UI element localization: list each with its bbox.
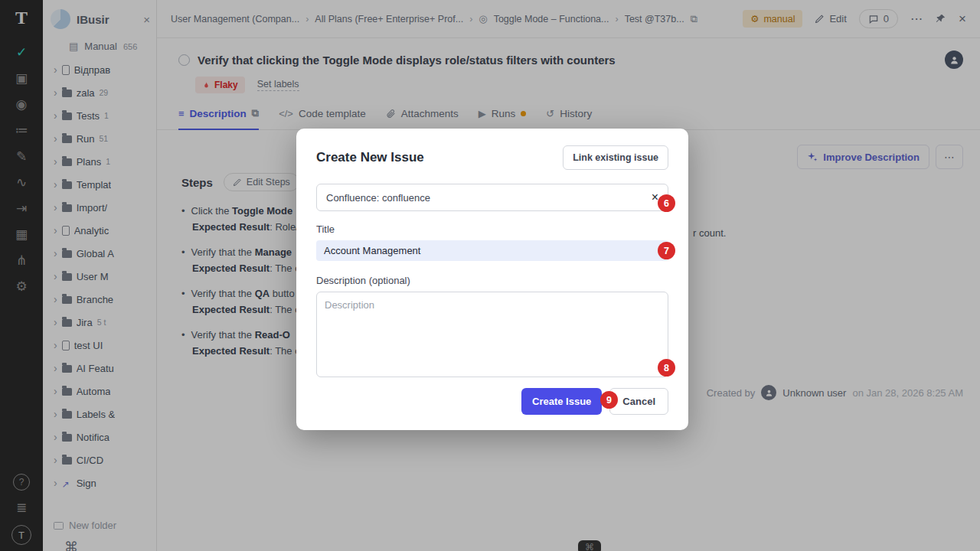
annotation-badge: 9	[600, 391, 618, 409]
create-issue-modal: Create New Issue Link existing issue Con…	[296, 129, 688, 430]
create-issue-button[interactable]: Create Issue	[521, 388, 602, 415]
issue-description-textarea[interactable]	[316, 292, 668, 377]
annotation-badge: 8	[658, 359, 675, 377]
annotation-badge: 6	[658, 194, 675, 212]
integration-select-value: Confluence: confluence	[326, 192, 430, 204]
description-label: Description (optional)	[316, 275, 668, 286]
title-label: Title	[316, 223, 668, 235]
modal-title: Create New Issue	[316, 150, 424, 165]
cancel-button[interactable]: Cancel	[609, 388, 668, 415]
link-existing-issue-button[interactable]: Link existing issue	[563, 145, 668, 170]
annotation-badge: 7	[658, 242, 675, 259]
integration-select[interactable]: Confluence: confluence ×	[316, 184, 668, 211]
issue-title-input[interactable]	[316, 240, 668, 261]
